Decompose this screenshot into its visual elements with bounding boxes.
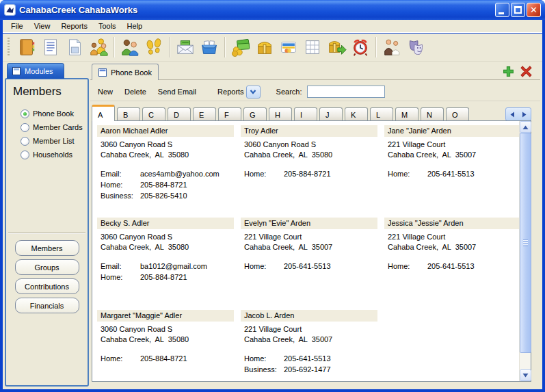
contact-name: Aaron Michael Adler <box>97 125 234 137</box>
contact-address-line1: 221 Village Court <box>384 232 521 242</box>
minimize-button[interactable] <box>495 3 509 17</box>
menu-file[interactable]: File <box>6 21 29 31</box>
delete-button[interactable]: Delete <box>124 88 146 96</box>
radio-phone-book[interactable]: Phone Book <box>21 107 86 120</box>
letter-tab-j[interactable]: J <box>319 107 343 121</box>
letter-tab-k[interactable]: K <box>345 107 368 121</box>
radio-label-households: Households <box>33 151 72 159</box>
contact-card[interactable]: Troy Adler 3060 Canyon Road S Cahaba Cre… <box>241 125 377 213</box>
sidebar-button-financials[interactable]: Financials <box>15 298 79 313</box>
theater-masks-icon[interactable] <box>403 36 427 60</box>
credit-card-icon[interactable] <box>276 36 300 60</box>
money-icon[interactable] <box>228 36 252 60</box>
reports-dropdown-button[interactable] <box>246 86 261 99</box>
export-box-icon[interactable] <box>324 36 348 60</box>
contact-card[interactable]: Aaron Michael Adler 3060 Canyon Road S C… <box>97 125 234 213</box>
contact-field-row: Home: 205-884-8721 <box>244 168 377 179</box>
tab-modules[interactable]: Modules <box>7 63 64 79</box>
contact-name: Jane "Janie" Arden <box>384 125 521 137</box>
footprints-icon[interactable] <box>142 36 165 60</box>
sidebar-button-members[interactable]: Members <box>15 240 79 256</box>
people-pair-icon[interactable] <box>118 36 142 60</box>
modules-sidebar: Modules Members Phone Book Member Cards … <box>5 63 89 387</box>
sidebar-button-contributions[interactable]: Contributions <box>15 278 79 294</box>
contact-card[interactable]: Jacob L. Arden 221 Village Court Cahaba … <box>241 310 377 392</box>
new-button[interactable]: New <box>98 88 113 96</box>
letter-tab-n[interactable]: N <box>421 107 444 121</box>
contact-address-line1: 3060 Canyon Road S <box>241 140 377 150</box>
contact-address-line1: 221 Village Court <box>384 140 521 150</box>
contact-field-row: Home: 205-884-8721 <box>101 179 234 190</box>
menu-tools[interactable]: Tools <box>94 21 122 31</box>
radio-member-cards[interactable]: Member Cards <box>21 120 86 134</box>
scroll-up-icon[interactable] <box>520 121 531 133</box>
contact-name: Becky S. Adler <box>97 218 234 229</box>
contact-field-value: 205-641-5513 <box>284 353 331 364</box>
letter-tab-e[interactable]: E <box>193 107 216 121</box>
wedding-couple-icon[interactable] <box>380 36 403 60</box>
letter-tab-b[interactable]: B <box>117 107 140 121</box>
contact-fields: Home: 205-884-8721 <box>97 353 234 364</box>
treasure-chest-icon[interactable] <box>252 36 276 60</box>
app-icon[interactable] <box>4 4 16 16</box>
menu-bar: FileViewReportsToolsHelp <box>3 20 542 33</box>
document-tab-row: Phone Book <box>90 63 540 80</box>
alarm-clock-icon[interactable] <box>348 36 372 60</box>
contact-field-row: Business: 205-826-5410 <box>101 190 234 201</box>
toolbar-separator <box>169 37 170 57</box>
letter-tab-m[interactable]: M <box>395 107 418 121</box>
radio-households[interactable]: Households <box>21 148 86 161</box>
menu-help[interactable]: Help <box>122 21 149 31</box>
address-book-icon[interactable] <box>14 36 38 60</box>
scroll-down-icon[interactable] <box>520 369 531 381</box>
letter-tab-d[interactable]: D <box>168 107 191 121</box>
vertical-scrollbar[interactable] <box>519 121 531 381</box>
contact-card[interactable]: Margaret "Maggie" Adler 3060 Canyon Road… <box>97 310 234 392</box>
maximize-button[interactable] <box>511 3 525 17</box>
menu-view[interactable]: View <box>29 21 57 31</box>
scrollbar-grip <box>523 239 528 246</box>
letter-tab-o[interactable]: O <box>446 107 469 121</box>
toolbar-grip[interactable] <box>8 38 10 57</box>
add-tab-icon[interactable] <box>503 66 514 77</box>
reports-button[interactable]: Reports <box>217 88 244 96</box>
letter-tab-h[interactable]: H <box>269 107 292 121</box>
scroll-letters-left-icon[interactable] <box>506 108 518 120</box>
letter-tab-g[interactable]: G <box>243 107 267 121</box>
contact-field-row: Business: 205-692-1477 <box>244 364 377 375</box>
contact-card[interactable]: Jane "Janie" Arden 221 Village Court Cah… <box>384 125 521 213</box>
contact-card[interactable]: Evelyn "Evie" Arden 221 Village Court Ca… <box>241 218 377 306</box>
close-tab-icon[interactable] <box>520 66 532 77</box>
contact-fields: Home: 205-641-5513 Business: 205-692-147… <box>241 353 377 375</box>
contact-fields: Email: aces4amb@yahoo.com Home: 205-884-… <box>97 168 234 201</box>
letter-tab-f[interactable]: F <box>218 107 241 121</box>
blank-document-icon[interactable] <box>62 36 86 60</box>
family-group-icon[interactable] <box>86 36 110 60</box>
search-input[interactable] <box>307 86 385 98</box>
letter-tab-i[interactable]: I <box>294 107 317 121</box>
letter-tab-a[interactable]: A <box>92 105 115 121</box>
scroll-letters-right-icon[interactable] <box>518 108 531 120</box>
card-file-icon[interactable] <box>197 36 221 60</box>
scrollbar-thumb[interactable] <box>520 133 531 353</box>
table-grid-icon[interactable] <box>300 36 324 60</box>
contact-fields: Home: 205-641-5513 <box>241 261 377 272</box>
contact-field-row: Home: 205-884-8721 <box>101 272 234 283</box>
radio-label-phone-book: Phone Book <box>33 109 74 118</box>
letter-tab-c[interactable]: C <box>142 107 165 121</box>
contact-card[interactable]: Jessica "Jessie" Arden 221 Village Court… <box>384 218 521 306</box>
sidebar-button-groups[interactable]: Groups <box>15 259 79 275</box>
send-email-button[interactable]: Send Email <box>158 88 196 96</box>
list-document-icon[interactable] <box>38 36 62 60</box>
contact-field-label: Home: <box>101 179 140 190</box>
contact-address-line1: 3060 Canyon Road S <box>97 232 234 242</box>
tab-phone-book[interactable]: Phone Book <box>92 64 159 80</box>
radio-member-list[interactable]: Member List <box>21 134 86 148</box>
email-money-icon[interactable] <box>173 36 197 60</box>
letter-tab-l[interactable]: L <box>370 107 393 121</box>
contact-card[interactable]: Becky S. Adler 3060 Canyon Road S Cahaba… <box>97 218 234 306</box>
contact-address-line2: Cahaba Creek, AL 35080 <box>97 242 234 252</box>
close-button[interactable]: ✕ <box>527 3 541 17</box>
menu-reports[interactable]: Reports <box>56 21 94 31</box>
radio-label-member-list: Member List <box>33 137 75 145</box>
